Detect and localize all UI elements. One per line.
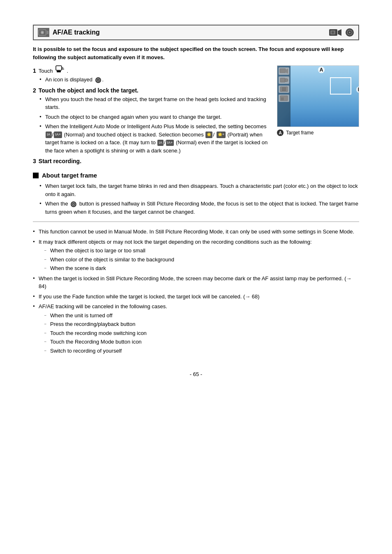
corner-tl (330, 77, 333, 81)
divider (33, 222, 359, 222)
text-column: 1 Touch . An icon is displayed (33, 65, 269, 166)
section-header: AF/AE tracking (33, 25, 359, 40)
target-frame-bullet-1: When target lock fails, the target frame… (39, 182, 359, 198)
ia-icon-2: IA (157, 140, 164, 146)
sky-bg (291, 66, 359, 127)
note-2-sub-2: When color of the object is similar to t… (44, 256, 359, 264)
svg-point-8 (332, 31, 334, 34)
corner-tr (348, 77, 351, 81)
svg-marker-6 (338, 29, 341, 36)
note-5-sub-5: Switch to recording of yourself (44, 347, 359, 355)
intro-text: It is possible to set the focus and expo… (33, 45, 359, 61)
notes-list: This function cannot be used in Manual M… (33, 228, 359, 355)
svg-rect-13 (57, 71, 61, 72)
image-column: ||| A B (277, 65, 359, 166)
step-2: 2 Touch the object and lock the target. (33, 87, 269, 94)
step-2-bullets: When you touch the head of the object, t… (39, 95, 269, 155)
svg-rect-21 (280, 78, 285, 82)
corner-bl (330, 91, 333, 95)
note-1: This function cannot be used in Manual M… (33, 228, 359, 236)
touch-icon (55, 65, 65, 73)
label-a-circle: A (277, 129, 284, 136)
section-icon (38, 28, 49, 37)
note-2: It may track different objects or may no… (33, 238, 359, 272)
photo-icon (345, 28, 354, 37)
cam-btn-4: ||| (279, 95, 289, 102)
svg-text:|||: ||| (281, 97, 284, 100)
note-4: If you use the Fade function while the t… (33, 293, 359, 301)
note-2-subitems: When the object is too large or too smal… (44, 247, 359, 272)
step-3-number: 3 (33, 158, 36, 164)
svg-point-22 (285, 78, 288, 82)
svg-rect-1 (39, 29, 43, 30)
note-2-sub-1: When the object is too large or too smal… (44, 247, 359, 255)
step-2-bullet-1: When you touch the head of the object, t… (39, 95, 269, 111)
page-content: AF/AE tracking It is possible to set the… (33, 25, 359, 377)
target-box (330, 77, 351, 95)
portrait-icon: 🌟 (205, 132, 212, 138)
cam-btn-3 (279, 85, 289, 93)
page-number: - 65 - (33, 371, 359, 377)
cam-btn-1 (279, 67, 289, 75)
step-1-dot: . (67, 68, 69, 74)
portrait-plus-icon: 🌟+ (217, 132, 226, 138)
note-5: AF/AE tracking will be canceled in the f… (33, 302, 359, 355)
ia-plus-icon: IA+ (54, 132, 62, 138)
svg-rect-19 (280, 69, 286, 73)
note-5-sub-2: Press the recording/playback button (44, 320, 359, 328)
step-1-number: 1 (33, 67, 36, 74)
step-1-bullets: An icon is displayed . (39, 76, 269, 84)
section-header-left: AF/AE tracking (38, 28, 100, 37)
note-5-subitems: When the unit is turned off Press the re… (44, 312, 359, 355)
note-5-sub-3: Touch the recording mode switching icon (44, 329, 359, 337)
svg-point-3 (42, 32, 43, 33)
step-2-bullet-3: When the Intelligent Auto Mode or Intell… (39, 122, 269, 155)
target-frame-label: A Target frame (277, 129, 359, 136)
svg-rect-4 (47, 31, 48, 34)
note-2-sub-3: When the scene is dark (44, 264, 359, 272)
svg-marker-20 (286, 69, 288, 74)
step-3-label: Start recording. (39, 158, 81, 164)
target-frame-bullet-2: When the button is pressed halfway in St… (39, 200, 359, 216)
camera-sidebar: ||| (277, 66, 291, 127)
target-frame-bullets: When target lock fails, the target frame… (39, 182, 359, 216)
svg-point-18 (97, 79, 99, 81)
main-content-area: 1 Touch . An icon is displayed (33, 65, 359, 166)
svg-point-11 (349, 32, 350, 33)
subsection-title: About target frame (33, 172, 359, 179)
cam-btn-2 (279, 76, 289, 84)
camera-image: ||| A B (277, 65, 359, 127)
subsection-target-frame: About target frame When target lock fail… (33, 172, 359, 216)
svg-point-31 (73, 203, 74, 205)
section-title: AF/AE tracking (53, 29, 100, 36)
step-1-bullet-1: An icon is displayed . (39, 76, 269, 84)
note-5-sub-1: When the unit is turned off (44, 312, 359, 320)
corner-br (348, 91, 351, 95)
square-icon (33, 173, 39, 178)
step-1-label: Touch (39, 68, 53, 74)
section-header-right (329, 28, 354, 37)
video-camera-icon (329, 28, 342, 37)
ia-plus-icon-2: IA+ (166, 140, 174, 146)
shutter-icon (70, 201, 77, 208)
display-icon (95, 77, 101, 83)
step-2-bullet-2: Touch the object to be changed again whe… (39, 113, 269, 121)
subsection-title-text: About target frame (42, 172, 97, 179)
label-a: A (318, 67, 325, 73)
svg-rect-12 (56, 66, 62, 70)
step-1: 1 Touch . (33, 65, 269, 74)
step-3: 3 Start recording. (33, 158, 269, 164)
step-2-number: 2 (33, 87, 36, 94)
ia-icon: IA (46, 132, 52, 138)
step-2-label: Touch the object and lock the target. (39, 87, 138, 94)
note-3: When the target is locked in Still Pictu… (33, 275, 359, 291)
note-5-sub-4: Touch the Recording Mode button icon (44, 338, 359, 346)
target-frame-text: Target frame (286, 130, 314, 136)
